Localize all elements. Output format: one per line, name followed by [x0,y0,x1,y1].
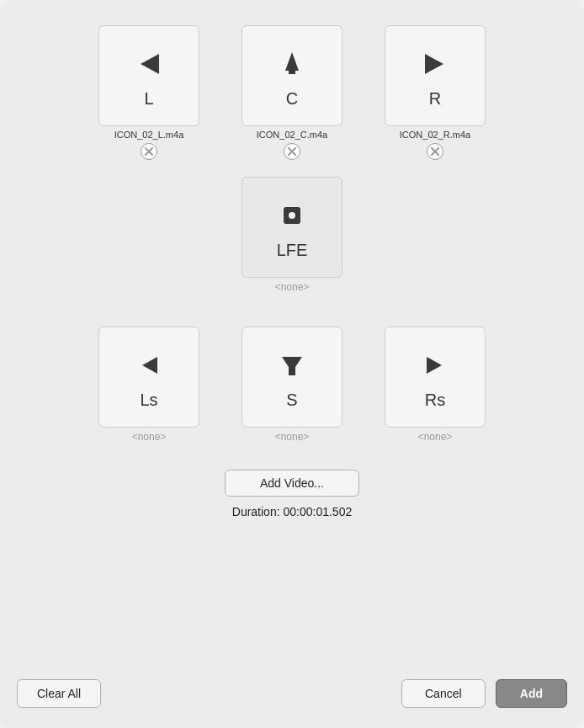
channel-label-LFE: LFE [277,241,308,260]
channel-label-S: S [286,391,297,410]
svg-marker-7 [425,54,443,74]
grid-row-1: L ICON_02_L.m4a [94,25,490,160]
speaker-icon [272,44,312,84]
clear-all-button[interactable]: Clear All [17,679,101,708]
remove-btn-R[interactable] [427,143,443,160]
channel-grid: L ICON_02_L.m4a [17,25,567,449]
svg-marker-14 [427,357,442,374]
channel-box-S[interactable]: S [242,327,342,428]
channel-box-C[interactable]: C [242,25,342,126]
arrow-left-rear-icon [129,345,169,385]
channel-box-LFE[interactable]: LFE [242,177,342,278]
none-label-Rs: <none> [418,431,453,443]
channel-cell-LFE: LFE <none> [237,177,347,293]
none-label-S: <none> [275,431,310,443]
channel-label-C: C [286,89,298,109]
channel-box-L[interactable]: L [98,25,199,126]
filename-R: ICON_02_R.m4a [400,130,470,140]
none-label-Ls: <none> [132,431,167,443]
arrow-right-rear-icon [415,345,455,385]
channel-cell-S: S <none> [237,327,347,443]
channel-cell-Rs: Rs <none> [380,327,490,443]
dialog: L ICON_02_L.m4a [0,0,584,728]
none-label-LFE: <none> [275,281,310,293]
grid-row-3: Ls <none> S <none> [94,327,490,443]
lfe-icon [272,195,312,236]
arrow-right-icon [415,44,455,84]
filename-L: ICON_02_L.m4a [114,130,184,140]
channel-cell-Ls: Ls <none> [94,327,204,443]
channel-label-L: L [144,89,153,109]
svg-point-11 [289,212,295,219]
svg-rect-4 [289,71,295,74]
svg-marker-12 [142,357,157,374]
channel-label-Rs: Rs [425,391,445,410]
duration-text: Duration: 00:00:01.502 [232,505,352,518]
channel-label-R: R [429,89,441,109]
grid-row-2: LFE <none> [237,177,347,293]
right-buttons: Cancel Add [401,679,567,708]
bottom-bar: Clear All Cancel Add [17,664,567,708]
remove-btn-L[interactable] [141,143,157,160]
channel-box-R[interactable]: R [385,25,486,126]
arrow-left-icon [129,44,169,84]
channel-cell-C: C ICON_02_C.m4a [237,25,347,160]
channel-box-Rs[interactable]: Rs [385,327,486,428]
remove-btn-C[interactable] [284,143,300,160]
add-button[interactable]: Add [496,679,567,708]
channel-box-Ls[interactable]: Ls [98,327,199,428]
svg-marker-13 [282,357,302,375]
svg-marker-3 [285,52,299,71]
filename-C: ICON_02_C.m4a [257,130,327,140]
funnel-icon [272,345,312,385]
channel-cell-L: L ICON_02_L.m4a [94,25,204,160]
add-video-button[interactable]: Add Video... [225,470,359,497]
channel-cell-R: R ICON_02_R.m4a [380,25,490,160]
svg-marker-0 [141,54,159,74]
channel-label-Ls: Ls [140,391,157,410]
cancel-button[interactable]: Cancel [401,679,486,708]
